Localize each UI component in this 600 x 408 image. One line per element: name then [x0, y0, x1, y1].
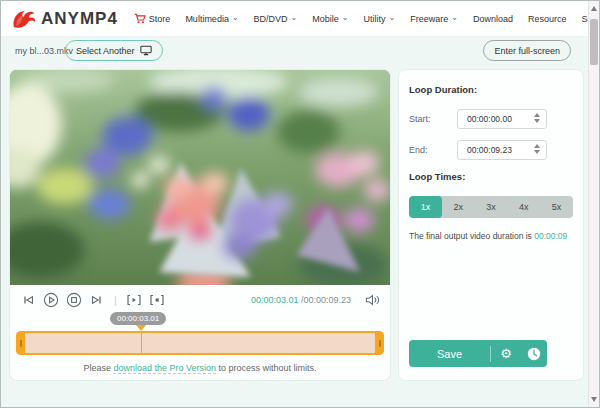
- nav-item-download[interactable]: Download: [473, 14, 513, 24]
- video-preview[interactable]: [10, 70, 390, 285]
- loop-times-3x[interactable]: 3x: [475, 196, 508, 218]
- nav-item-bd-dvd[interactable]: BD/DVD: [254, 14, 298, 24]
- step-forward-button[interactable]: [89, 292, 105, 308]
- loop-times-title: Loop Times:: [409, 171, 573, 182]
- chevron-down-icon: [451, 14, 458, 24]
- result-prefix: The final output video duration is: [409, 231, 534, 241]
- anymp4-flame-icon: [11, 8, 37, 30]
- scroll-down-arrow-icon[interactable]: [591, 397, 597, 402]
- logo-text: ANYMP4: [41, 9, 118, 29]
- flower-shop-video-frame: [10, 70, 390, 285]
- select-another-button[interactable]: Select Another: [65, 40, 163, 61]
- handle-grip-icon: [379, 340, 381, 347]
- set-loop-end-button[interactable]: [149, 292, 165, 308]
- time-display: 00:00:03.01 /00:00:09.23: [251, 295, 351, 305]
- handle-grip-icon: [20, 340, 22, 347]
- controls-divider: |: [112, 294, 119, 306]
- nav-item-label: Multimedia: [185, 14, 229, 24]
- scroll-up-arrow-icon[interactable]: [591, 6, 597, 11]
- spin-down-icon[interactable]: [534, 150, 540, 154]
- step-backward-button[interactable]: [20, 292, 36, 308]
- chevron-down-icon: [342, 14, 349, 24]
- loop-start-handle[interactable]: [16, 331, 25, 355]
- end-stepper[interactable]: [534, 144, 540, 154]
- spin-up-icon[interactable]: [534, 113, 540, 117]
- scrollbar-thumb[interactable]: [590, 19, 598, 65]
- nav-menu: Store Multimedia BD/DVD Mobile Utility F…: [134, 13, 600, 24]
- start-label: Start:: [409, 114, 457, 124]
- end-label: End:: [409, 145, 457, 155]
- nav-item-label: Resource: [528, 14, 567, 24]
- video-player-card: | 00:00:03.01 /00:00:09.23 00:00:03.01: [9, 69, 391, 381]
- history-clock-icon[interactable]: [521, 347, 547, 361]
- loop-range-slider[interactable]: [16, 331, 384, 355]
- anymp4-video-looper-page: ANYMP4 Store Multimedia BD/DVD Mobile Ut…: [0, 0, 600, 408]
- limit-notice: Please download the Pro Version to proce…: [10, 363, 390, 373]
- anymp4-logo[interactable]: ANYMP4: [11, 8, 118, 30]
- loop-times-selector: 1x 2x 3x 4x 5x: [409, 196, 573, 218]
- loop-times-2x[interactable]: 2x: [442, 196, 475, 218]
- nav-item-label: Mobile: [312, 14, 339, 24]
- playhead-line: [141, 333, 142, 353]
- end-time-input-wrap: [457, 140, 547, 160]
- monitor-icon: [140, 45, 152, 56]
- volume-button[interactable]: [364, 292, 380, 308]
- timeline: 00:00:03.01: [10, 310, 390, 360]
- start-time-input-wrap: [457, 109, 547, 129]
- nav-item-freeware[interactable]: Freeware: [410, 14, 458, 24]
- nav-item-mobile[interactable]: Mobile: [312, 14, 348, 24]
- save-label: Save: [409, 348, 490, 360]
- current-time: 00:00:03.01: [251, 295, 299, 305]
- chevron-down-icon: [291, 14, 298, 24]
- total-time: /00:00:09.23: [301, 295, 351, 305]
- start-stepper[interactable]: [534, 113, 540, 123]
- stop-button[interactable]: [66, 292, 82, 308]
- spin-down-icon[interactable]: [534, 119, 540, 123]
- save-row: Save ⚙: [409, 340, 547, 367]
- top-nav: ANYMP4 Store Multimedia BD/DVD Mobile Ut…: [1, 1, 588, 37]
- nav-item-label: Utility: [364, 14, 386, 24]
- play-button[interactable]: [43, 292, 59, 308]
- chevron-down-icon: [232, 14, 239, 24]
- set-loop-start-button[interactable]: [126, 292, 142, 308]
- nav-item-utility[interactable]: Utility: [364, 14, 396, 24]
- loop-times-1x[interactable]: 1x: [409, 196, 442, 218]
- nav-item-store[interactable]: Store: [134, 13, 171, 24]
- loop-times-4x[interactable]: 4x: [507, 196, 540, 218]
- player-controls: | 00:00:03.01 /00:00:09.23: [10, 288, 390, 312]
- settings-gear-icon[interactable]: ⚙: [491, 346, 521, 361]
- cart-icon: [134, 13, 146, 24]
- select-another-label: Select Another: [76, 46, 135, 56]
- chevron-down-icon: [389, 14, 396, 24]
- page-scrollbar[interactable]: [588, 1, 599, 407]
- nav-item-label: Download: [473, 14, 513, 24]
- nav-item-multimedia[interactable]: Multimedia: [185, 14, 238, 24]
- start-time-row: Start:: [409, 109, 573, 129]
- file-toolbar: my bl...03.mkv Select Another Enter full…: [1, 37, 588, 67]
- nav-item-label: Freeware: [410, 14, 448, 24]
- limit-prefix: Please: [83, 363, 113, 373]
- save-button[interactable]: Save ⚙: [409, 340, 547, 367]
- end-time-input[interactable]: [458, 145, 522, 155]
- nav-item-label: Store: [149, 14, 171, 24]
- enter-fullscreen-button[interactable]: Enter full-screen: [483, 40, 571, 61]
- result-value: 00:00:09: [534, 231, 567, 241]
- loop-end-handle[interactable]: [375, 331, 384, 355]
- loop-settings-panel: Loop Duration: Start: End: Loop Times: 1…: [398, 69, 584, 381]
- loop-times-5x[interactable]: 5x: [540, 196, 573, 218]
- spin-up-icon[interactable]: [534, 144, 540, 148]
- limit-suffix: to process without limits.: [216, 363, 317, 373]
- output-duration-text: The final output video duration is 00:00…: [409, 230, 573, 243]
- nav-item-resource[interactable]: Resource: [528, 14, 567, 24]
- pro-version-link[interactable]: download the Pro Version: [113, 363, 216, 374]
- end-time-row: End:: [409, 140, 573, 160]
- loop-duration-title: Loop Duration:: [409, 84, 573, 95]
- start-time-input[interactable]: [458, 114, 522, 124]
- playhead-tooltip: 00:00:03.01: [110, 312, 166, 325]
- nav-item-label: BD/DVD: [254, 14, 288, 24]
